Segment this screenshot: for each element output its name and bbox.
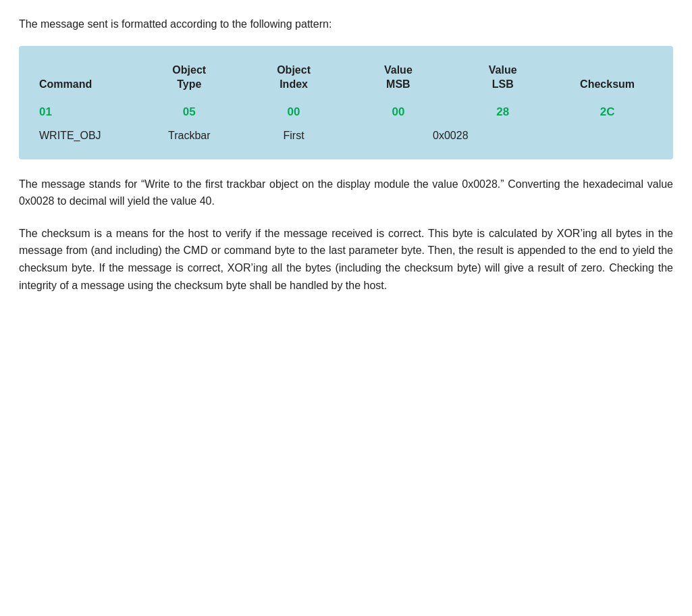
hex-command: 01 [32,101,137,123]
th-checksum: Checksum [555,57,660,101]
paragraph-checksum-explanation: The checksum is a means for the host to … [19,225,673,294]
label-value-combined: 0x0028 [346,123,555,146]
hex-values-row: 01 05 00 00 28 2C [32,101,660,123]
hex-value-msb: 00 [346,101,450,123]
label-checksum [555,123,660,146]
hex-value-lsb: 28 [450,101,555,123]
th-value-msb: Value MSB [346,57,450,101]
label-row: WRITE_OBJ Trackbar First 0x0028 [32,123,660,146]
th-command: Command [32,57,137,101]
hex-object-index: 00 [242,101,346,123]
label-object-index: First [242,123,346,146]
th-object-type: Object Type [137,57,242,101]
label-command: WRITE_OBJ [32,123,137,146]
paragraph-message-meaning: The message stands for “Write to the fir… [19,176,673,210]
table-header-row: Command Object Type Object Index Value M… [32,57,660,101]
th-object-index: Object Index [242,57,346,101]
hex-object-type: 05 [137,101,242,123]
intro-paragraph: The message sent is formatted according … [19,16,673,32]
hex-checksum: 2C [555,101,660,123]
message-format-table: Command Object Type Object Index Value M… [32,57,660,146]
message-format-table-wrapper: Command Object Type Object Index Value M… [19,46,673,159]
th-value-lsb: Value LSB [450,57,555,101]
label-object-type: Trackbar [137,123,242,146]
